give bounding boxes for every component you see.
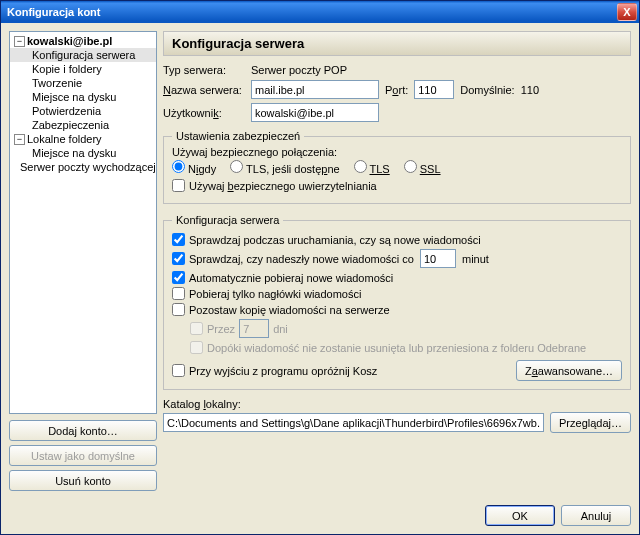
titlebar: Konfiguracja kont X <box>1 1 639 23</box>
server-name-input[interactable] <box>251 80 379 99</box>
main-panel: Konfiguracja serwera Typ serwera: Serwer… <box>163 31 631 491</box>
advanced-button[interactable]: Zaawansowane… <box>516 360 622 381</box>
radio-tls[interactable]: TLS <box>354 160 390 175</box>
close-icon: X <box>623 6 630 18</box>
radio-tls-if[interactable]: TLS, jeśli dostępne <box>230 160 339 175</box>
radio-ssl[interactable]: SSL <box>404 160 441 175</box>
check-startup-checkbox[interactable] <box>172 233 185 246</box>
server-config-legend: Konfiguracja serwera <box>172 214 283 226</box>
server-config-fieldset: Konfiguracja serwera Sprawdzaj podczas u… <box>163 214 631 390</box>
tree-account[interactable]: −kowalski@ibe.pl <box>10 34 156 48</box>
server-type-row: Typ serwera: Serwer poczty POP <box>163 64 631 76</box>
close-button[interactable]: X <box>617 3 637 21</box>
secure-conn-label: Używaj bezpiecznego połączenia: <box>172 146 622 158</box>
check-interval-input[interactable] <box>420 249 456 268</box>
empty-trash-checkbox[interactable] <box>172 364 185 377</box>
cancel-button[interactable]: Anuluj <box>561 505 631 526</box>
tree-item-copies[interactable]: Kopie i foldery <box>10 62 156 76</box>
auto-download-checkbox[interactable] <box>172 271 185 284</box>
secure-auth-checkbox[interactable] <box>172 179 185 192</box>
ok-button[interactable]: OK <box>485 505 555 526</box>
user-label: Użytkownik: <box>163 107 245 119</box>
user-input[interactable] <box>251 103 379 122</box>
dialog-window: Konfiguracja kont X −kowalski@ibe.pl Kon… <box>0 0 640 535</box>
local-dir-input[interactable] <box>163 413 544 432</box>
security-fieldset: Ustawienia zabezpieczeń Używaj bezpieczn… <box>163 130 631 204</box>
check-interval-label-b: minut <box>462 253 489 265</box>
secure-auth-label: Używaj bezpiecznego uwierzytelniania <box>189 180 377 192</box>
leave-copy-label: Pozostaw kopię wiadomości na serwerze <box>189 304 390 316</box>
for-days-label: Przez <box>207 323 235 335</box>
tree-item-compose[interactable]: Tworzenie <box>10 76 156 90</box>
default-port-label: Domyślnie: <box>460 84 514 96</box>
tree-local-disk[interactable]: Miejsce na dysku <box>10 146 156 160</box>
secure-conn-options: Nigdy TLS, jeśli dostępne TLS SSL <box>172 160 622 175</box>
collapse-icon[interactable]: − <box>14 134 25 145</box>
content-area: −kowalski@ibe.pl Konfiguracja serwera Ko… <box>1 23 639 499</box>
sidebar: −kowalski@ibe.pl Konfiguracja serwera Ko… <box>9 31 157 491</box>
tree-item-disk[interactable]: Miejsce na dysku <box>10 90 156 104</box>
add-account-button[interactable]: Dodaj konto… <box>9 420 157 441</box>
port-input[interactable] <box>414 80 454 99</box>
server-name-label: Nazwa serwera: <box>163 84 245 96</box>
check-interval-checkbox[interactable] <box>172 252 185 265</box>
headers-only-checkbox[interactable] <box>172 287 185 300</box>
server-type-value: Serwer poczty POP <box>251 64 347 76</box>
tree-item-receipts[interactable]: Potwierdzenia <box>10 104 156 118</box>
set-default-button: Ustaw jako domyślne <box>9 445 157 466</box>
check-startup-label: Sprawdzaj podczas uruchamiania, czy są n… <box>189 234 481 246</box>
server-type-label: Typ serwera: <box>163 64 245 76</box>
dialog-footer: OK Anuluj <box>1 499 639 534</box>
default-port-value: 110 <box>521 84 539 96</box>
user-row: Użytkownik: <box>163 103 631 122</box>
tree-item-server-config[interactable]: Konfiguracja serwera <box>10 48 156 62</box>
until-deleted-checkbox <box>190 341 203 354</box>
window-title: Konfiguracja kont <box>7 6 617 18</box>
security-legend: Ustawienia zabezpieczeń <box>172 130 304 142</box>
tree-local-folders[interactable]: −Lokalne foldery <box>10 132 156 146</box>
for-days-unit: dni <box>273 323 288 335</box>
radio-never[interactable]: Nigdy <box>172 160 216 175</box>
tree-item-security[interactable]: Zabezpieczenia <box>10 118 156 132</box>
headers-only-label: Pobieraj tylko nagłówki wiadomości <box>189 288 361 300</box>
auto-download-label: Automatycznie pobieraj nowe wiadomości <box>189 272 393 284</box>
sidebar-buttons: Dodaj konto… Ustaw jako domyślne Usuń ko… <box>9 420 157 491</box>
secure-auth-row: Używaj bezpiecznego uwierzytelniania <box>172 179 622 192</box>
check-interval-label-a: Sprawdzaj, czy nadeszły nowe wiadomości … <box>189 253 414 265</box>
for-days-input <box>239 319 269 338</box>
until-deleted-label: Dopóki wiadomość nie zostanie usunięta l… <box>207 342 586 354</box>
panel-title: Konfiguracja serwera <box>163 31 631 56</box>
empty-trash-label: Przy wyjściu z programu opróżnij Kosz <box>189 365 377 377</box>
account-tree[interactable]: −kowalski@ibe.pl Konfiguracja serwera Ko… <box>9 31 157 414</box>
port-label: Port: <box>385 84 408 96</box>
leave-copy-checkbox[interactable] <box>172 303 185 316</box>
for-days-checkbox <box>190 322 203 335</box>
local-dir-label: Katalog lokalny: <box>163 398 631 410</box>
server-name-row: Nazwa serwera: Port: Domyślnie: 110 <box>163 80 631 99</box>
tree-outgoing[interactable]: Serwer poczty wychodzącej (S… <box>10 160 156 174</box>
collapse-icon[interactable]: − <box>14 36 25 47</box>
browse-button[interactable]: Przeglądaj… <box>550 412 631 433</box>
remove-account-button[interactable]: Usuń konto <box>9 470 157 491</box>
